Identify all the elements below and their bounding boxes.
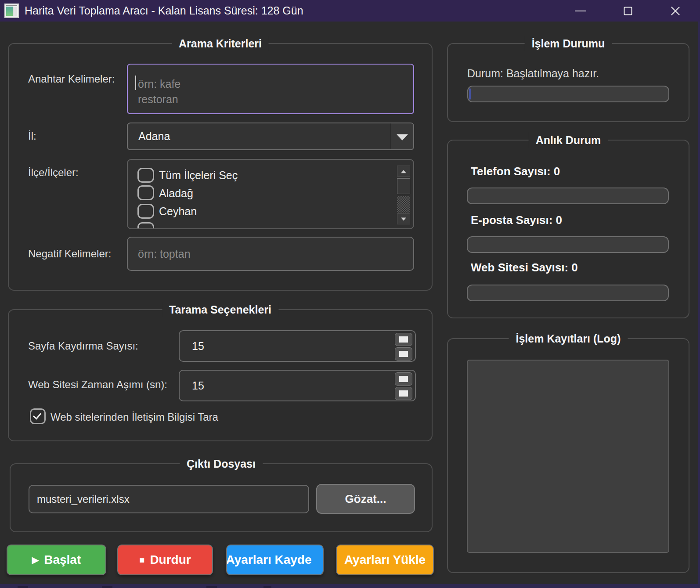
negative-placeholder: örn: toptan: [138, 238, 191, 270]
timeout-down-button[interactable]: [395, 387, 412, 400]
log-title: İşlem Kayıtları (Log): [509, 331, 628, 346]
start-button[interactable]: ▶ Başlat: [7, 545, 106, 575]
progress-indicator: [469, 88, 471, 100]
save-settings-button[interactable]: Ayarları Kayde: [226, 545, 324, 575]
stop-button[interactable]: ■ Durdur: [117, 545, 213, 575]
contact-scan-label: Web sitelerinden İletişim Bilgisi Tara: [51, 410, 218, 425]
scrollbar-thumb[interactable]: [397, 178, 410, 194]
close-icon: [670, 5, 681, 17]
timeout-spinbox[interactable]: 15: [179, 370, 416, 401]
phone-progressbar: [467, 188, 669, 204]
email-count-label: E-posta Sayısı: 0: [471, 212, 562, 228]
timeout-up-button[interactable]: [395, 372, 412, 386]
negative-label: Negatif Kelimeler:: [28, 246, 111, 261]
district-checkbox-0[interactable]: [137, 168, 154, 183]
process-status-group: İşlem Durumu Durum: Başlatılmaya hazır.: [447, 43, 689, 122]
output-file-group: Çıktı Dosyası musteri_verileri.xlsx Göza…: [10, 463, 433, 532]
start-button-label: Başlat: [44, 553, 81, 567]
log-textarea[interactable]: [467, 360, 669, 553]
keywords-placeholder-line2: restoran: [138, 92, 178, 107]
minimize-icon: [575, 11, 586, 11]
scrollbar-trough[interactable]: [397, 196, 410, 213]
scan-options-title: Tarama Seçenekleri: [162, 302, 278, 317]
keywords-textarea[interactable]: örn: kafe restoran: [127, 64, 414, 114]
status-text: Durum: Başlatılmaya hazır.: [467, 66, 599, 81]
spin-up-icon: [399, 376, 408, 382]
text-cursor: [135, 76, 136, 90]
chevron-down-icon: [397, 134, 408, 140]
keywords-label: Anahtar Kelimeler:: [28, 72, 115, 87]
districts-label: İlçe/İlçeler:: [28, 165, 79, 180]
keywords-placeholder-line1: örn: kafe: [138, 76, 180, 91]
load-settings-label: Ayarları Yükle: [344, 553, 426, 567]
district-item-2[interactable]: Ceyhan: [159, 202, 197, 220]
province-value: Adana: [138, 123, 170, 149]
live-stats-group: Anlık Durum Telefon Sayısı: 0 E-posta Sa…: [447, 140, 689, 318]
scrollbar-down-button[interactable]: [397, 213, 410, 224]
districts-scrollbar[interactable]: [397, 166, 410, 224]
maximize-button[interactable]: [613, 0, 643, 22]
province-combobox[interactable]: Adana: [127, 123, 414, 150]
app-icon: [4, 4, 19, 18]
output-path-value: musteri_verileri.xlsx: [37, 486, 130, 512]
browse-button[interactable]: Gözat...: [316, 484, 415, 514]
maximize-icon: [624, 7, 632, 15]
scroll-count-up-button[interactable]: [395, 333, 412, 346]
background-window-edge: [0, 584, 700, 588]
main-progressbar: [467, 86, 669, 102]
timeout-value: 15: [192, 371, 204, 400]
load-settings-button[interactable]: Ayarları Yükle: [336, 545, 434, 575]
district-checkbox-1[interactable]: [137, 185, 154, 200]
output-path-input[interactable]: musteri_verileri.xlsx: [29, 485, 309, 513]
output-file-title: Çıktı Dosyası: [180, 456, 263, 472]
timeout-label: Web Sitesi Zaman Aşımı (sn):: [28, 377, 167, 392]
spin-down-icon: [399, 390, 408, 397]
scroll-count-value: 15: [192, 331, 204, 361]
scroll-count-down-button[interactable]: [395, 347, 412, 361]
stop-icon: ■: [139, 555, 144, 565]
scroll-count-label: Sayfa Kaydırma Sayısı:: [28, 339, 138, 354]
scroll-up-icon: [401, 170, 406, 173]
districts-listbox[interactable]: Tüm İlçeleri Seç Aladağ Ceyhan: [127, 159, 414, 229]
live-stats-title: Anlık Durum: [529, 132, 608, 148]
save-settings-label: Ayarları Kayde: [226, 553, 312, 567]
titlebar: Harita Veri Toplama Aracı - Kalan Lisans…: [0, 0, 700, 22]
district-checkbox-2[interactable]: [137, 204, 154, 219]
process-status-title: İşlem Durumu: [525, 36, 612, 51]
spin-up-icon: [399, 336, 408, 343]
scan-options-group: Tarama Seçenekleri Sayfa Kaydırma Sayısı…: [8, 309, 433, 441]
log-group: İşlem Kayıtları (Log): [447, 338, 689, 573]
play-icon: ▶: [32, 555, 39, 565]
province-dropdown-button[interactable]: [390, 123, 413, 149]
email-progressbar: [467, 236, 669, 253]
spin-down-icon: [399, 351, 408, 357]
province-label: İl:: [28, 129, 36, 144]
district-checkbox-partial[interactable]: [137, 222, 154, 229]
website-count-label: Web Sitesi Sayısı: 0: [471, 260, 578, 275]
window-title: Harita Veri Toplama Aracı - Kalan Lisans…: [25, 0, 303, 22]
close-button[interactable]: [660, 0, 691, 22]
district-item-0[interactable]: Tüm İlçeleri Seç: [159, 166, 238, 184]
search-criteria-title: Arama Kriterleri: [172, 36, 269, 51]
negative-input[interactable]: örn: toptan: [127, 237, 414, 271]
stop-button-label: Durdur: [150, 553, 191, 567]
minimize-button[interactable]: [565, 0, 596, 22]
scrollbar-up-button[interactable]: [397, 166, 410, 177]
check-icon: [33, 411, 41, 419]
website-progressbar: [467, 285, 669, 301]
scroll-count-spinbox[interactable]: 15: [179, 330, 416, 362]
background-window-right-edge: [698, 22, 700, 588]
scroll-down-icon: [401, 217, 406, 220]
phone-count-label: Telefon Sayısı: 0: [471, 163, 560, 179]
district-item-1[interactable]: Aladağ: [159, 184, 193, 202]
search-criteria-group: Arama Kriterleri Anahtar Kelimeler: örn:…: [8, 43, 433, 291]
contact-scan-checkbox[interactable]: [30, 408, 46, 424]
